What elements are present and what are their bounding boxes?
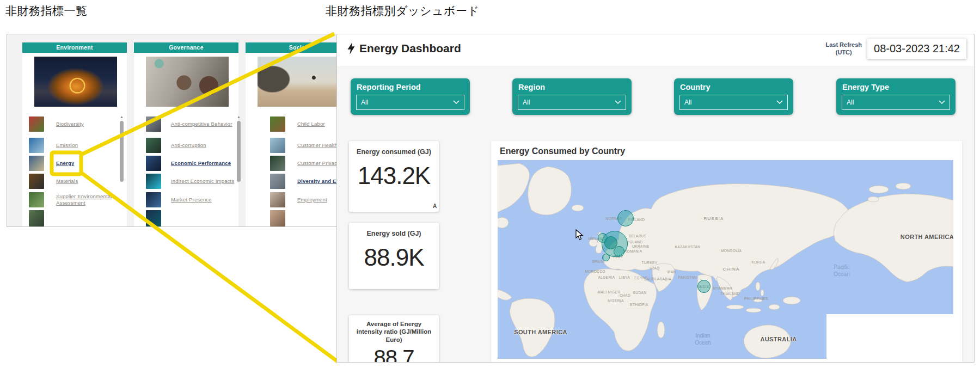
scrollbar-up-icon[interactable]: ▲ <box>119 115 124 119</box>
filter-selected-value: All <box>523 99 530 106</box>
chevron-down-icon <box>453 100 460 105</box>
kpi-value: 88.7 <box>349 346 439 363</box>
catalog-item-thumbnail <box>270 156 285 171</box>
catalog-item-thumbnail <box>270 138 285 153</box>
catalog-item-link[interactable]: Materials <box>56 178 78 185</box>
map-data-bubble[interactable] <box>614 246 624 257</box>
catalog-item-link[interactable]: Market Presence <box>171 197 212 203</box>
catalog-item-list: Anti-competitive Behavior Anti-corruptio… <box>134 42 238 226</box>
catalog-item: Energy <box>22 156 127 171</box>
filter-label: Reporting Period <box>357 83 470 91</box>
filter-dropdown[interactable]: All <box>679 95 788 110</box>
catalog-item-thumbnail <box>146 174 161 189</box>
catalog-item-thumbnail <box>270 117 285 132</box>
filter-dropdown[interactable]: All <box>356 95 464 110</box>
catalog-item: Supplier Environmental Assessment <box>22 192 127 207</box>
scrollbar-thumb[interactable] <box>237 121 241 182</box>
catalog-item-link[interactable]: Anti-competitive Behavior <box>171 121 232 127</box>
catalog-item-link[interactable]: Customer Health and Safety <box>297 142 337 149</box>
catalog-item-thumbnail <box>29 210 44 226</box>
catalog-item-thumbnail <box>29 138 44 153</box>
kpi-card: Average of Energy intensity ratio (GJ/Mi… <box>349 315 439 363</box>
catalog-column-social: Social Child Labor Customer Health and S… <box>246 42 337 226</box>
catalog-item-thumbnail <box>270 174 285 189</box>
catalog-item-link[interactable]: Emission <box>56 142 78 149</box>
catalog-item-thumbnail <box>29 192 44 207</box>
scrollbar-thumb[interactable] <box>120 121 124 182</box>
scrollbar-environment[interactable]: ▲ <box>119 115 124 202</box>
catalog-item-link[interactable]: Economic Performance <box>171 160 231 167</box>
catalog-item: Customer Health and Safety <box>246 138 337 153</box>
filter-dropdown[interactable]: All <box>518 95 626 110</box>
catalog-page-title: 非財務指標一覧 <box>5 3 88 19</box>
map-data-bubble[interactable] <box>697 280 710 293</box>
filter-card: Energy Type All <box>836 78 955 115</box>
lightning-bolt-icon <box>347 42 356 54</box>
kpi-value: 88.9K <box>349 244 439 271</box>
catalog-item-list: Child Labor Customer Health and Safety C… <box>246 42 337 226</box>
kpi-label: Average of Energy intensity ratio (GJ/Mi… <box>349 315 439 344</box>
catalog-item: Biodiversity <box>22 117 127 132</box>
catalog-item-thumbnail <box>29 156 44 171</box>
catalog-item-link[interactable]: Child Labor <box>297 121 325 127</box>
catalog-item: Customer Privacy <box>246 156 337 171</box>
catalog-item: Market Presence <box>134 192 238 207</box>
scrollbar-up-icon[interactable]: ▲ <box>236 115 241 119</box>
catalog-item-thumbnail <box>146 210 161 226</box>
catalog-column-environment: Environment Biodiversity Emission Energy… <box>22 42 127 226</box>
last-refresh: Last Refresh (UTC) 08-03-2023 21:42 <box>825 39 966 59</box>
dashboard-page-title: 非財務指標別ダッシュボード <box>326 3 479 19</box>
map-white-overlay <box>826 314 953 359</box>
catalog-item-thumbnail <box>270 192 285 207</box>
kpi-label: Energy consumed (GJ) <box>349 141 439 157</box>
filter-label: Country <box>680 83 793 91</box>
catalog-item-thumbnail <box>146 192 161 207</box>
catalog-item-link[interactable]: Energy <box>56 160 74 167</box>
filter-selected-value: All <box>684 99 691 106</box>
catalog-item: Diversity and Equal Opportunity <box>246 174 337 189</box>
filter-card: Country All <box>674 78 793 115</box>
catalog-item: Indirect Economic Impacts <box>134 174 238 189</box>
last-refresh-label-line1: Last Refresh <box>825 41 862 49</box>
catalog-item-list: Biodiversity Emission Energy Materials S… <box>22 42 127 226</box>
chevron-down-icon <box>939 100 945 105</box>
catalog-item: Anti-competitive Behavior <box>134 117 238 132</box>
catalog-item-link[interactable]: Supplier Environmental Assessment <box>56 193 120 206</box>
last-refresh-label: Last Refresh (UTC) <box>825 41 862 57</box>
catalog-item: Child Labor <box>246 117 337 132</box>
filter-dropdown[interactable]: All <box>842 95 950 110</box>
catalog-item-thumbnail <box>146 117 161 132</box>
mouse-cursor-icon <box>575 229 584 241</box>
catalog-item: Economic Performance <box>134 156 238 171</box>
catalog-item: Materials <box>22 174 127 189</box>
dashboard-title: Energy Dashboard <box>347 42 461 55</box>
filter-selected-value: All <box>847 99 854 106</box>
catalog-item-thumbnail <box>29 174 44 189</box>
catalog-item-link[interactable]: Employment <box>297 197 327 203</box>
world-map[interactable]: RUSSIAKAZAKHSTANMONGOLIACHINAPAKISTANIND… <box>498 160 953 359</box>
catalog-item: Anti-corruption <box>134 138 238 153</box>
last-refresh-label-line2: (UTC) <box>825 49 862 57</box>
filter-card: Reporting Period All <box>351 78 470 115</box>
map-data-bubble[interactable] <box>617 210 634 226</box>
chevron-down-icon <box>776 100 783 105</box>
catalog-item-link[interactable]: Diversity and Equal Opportunity <box>297 178 337 185</box>
catalog-item: Employment <box>246 192 337 207</box>
map-data-bubble[interactable] <box>602 254 610 261</box>
kpi-card: Energy sold (GJ) 88.9K <box>349 223 439 289</box>
chevron-down-icon <box>615 100 621 105</box>
map-card: Energy Consumed by Country <box>491 141 962 362</box>
catalog-item-link[interactable]: Biodiversity <box>56 121 84 127</box>
filter-label: Energy Type <box>842 83 955 91</box>
energy-dashboard-panel: Energy Dashboard Last Refresh (UTC) 08-0… <box>336 34 975 363</box>
kpi-label: Energy sold (GJ) <box>349 223 439 238</box>
map-stray-label: A <box>433 203 437 209</box>
catalog-item-link[interactable]: Indirect Economic Impacts <box>171 178 234 185</box>
filter-card: Region All <box>512 78 632 115</box>
catalog-column-governance: Governance Anti-competitive Behavior Ant… <box>134 42 238 226</box>
scrollbar-governance[interactable]: ▲ <box>236 115 241 202</box>
catalog-item-link[interactable]: Anti-corruption <box>171 142 206 149</box>
catalog-item-thumbnail <box>146 138 161 153</box>
catalog-item-link[interactable]: Customer Privacy <box>297 160 337 167</box>
last-refresh-value: 08-03-2023 21:42 <box>867 39 966 59</box>
